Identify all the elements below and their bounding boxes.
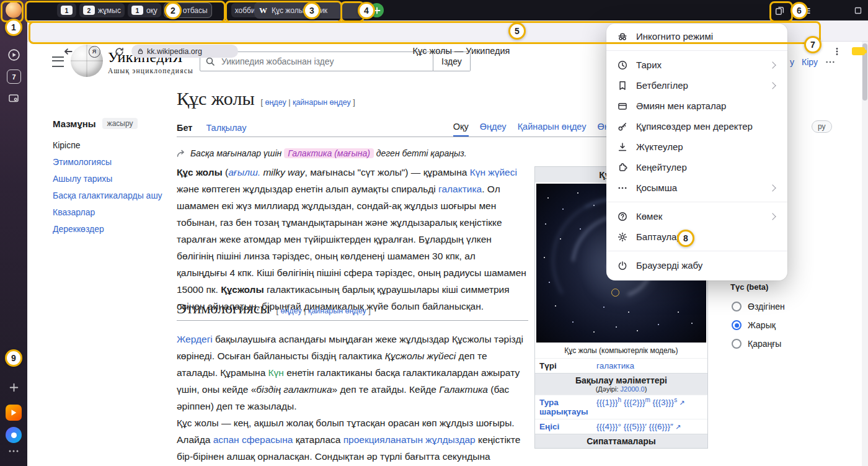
text-segment: Құсжолы <box>221 284 264 295</box>
inline-link[interactable]: галактика <box>596 361 634 370</box>
epoch-link[interactable]: J2000.0 <box>621 385 645 393</box>
menu-item-help[interactable]: Көмек <box>606 206 787 226</box>
tab-group-study[interactable]: 1 оқу <box>128 3 161 17</box>
menu-item-label: Әмиян мен карталар <box>636 101 777 111</box>
url-field[interactable]: kk.wikipedia.org <box>131 45 238 58</box>
alice-dot-icon <box>11 432 17 438</box>
bracket: [ <box>261 98 263 107</box>
menu-item-more[interactable]: Қосымша <box>606 177 787 198</box>
hatnote-link[interactable]: Галактика (мағына) <box>284 148 374 158</box>
edit-link[interactable]: өңдеу <box>265 98 286 107</box>
appearance-hide-button-partial[interactable]: ру <box>812 120 832 133</box>
inline-link[interactable]: аспан сферасына <box>213 434 293 445</box>
restore-window-button[interactable] <box>852 4 864 17</box>
inline-link[interactable]: m <box>645 397 650 403</box>
radio-option-light[interactable]: Жарық <box>732 320 776 330</box>
tab-group-count: 1 <box>131 6 143 15</box>
refresh-button[interactable] <box>113 45 125 58</box>
inline-link[interactable]: Күн <box>268 367 284 378</box>
text-segment: ↗ <box>673 423 681 431</box>
text-segment: ↗ <box>677 399 684 406</box>
separator: | <box>288 98 290 107</box>
toc-hide-button[interactable]: жасыру <box>102 118 138 129</box>
inline-link[interactable]: {{{2}}} <box>624 398 645 407</box>
toc-item-etymology[interactable]: Этимологиясы <box>53 156 163 168</box>
article-title: Құс жолы <box>177 88 255 109</box>
tab-counter-badge[interactable]: 7 <box>7 69 21 84</box>
sidebar-more-button[interactable] <box>0 449 27 453</box>
wiki-menu-hamburger-icon[interactable] <box>52 56 64 67</box>
menu-item-label: Бетбелгілер <box>636 80 770 91</box>
radio-label: Жарық <box>748 320 776 330</box>
inline-link[interactable]: Жердегі <box>177 334 213 344</box>
inline-link[interactable]: проекцияланатын жұлдыздар <box>343 434 476 445</box>
star-field <box>536 184 538 185</box>
scrollbar-track[interactable] <box>862 41 868 466</box>
edit-link[interactable]: өңдеу <box>281 307 302 315</box>
tab-group-1[interactable]: 1 <box>57 3 76 17</box>
inline-link[interactable]: Күн жүйесі <box>470 167 517 177</box>
battery-saver-icon[interactable] <box>852 47 865 55</box>
inline-link[interactable]: ағылш. <box>228 167 260 177</box>
tab-read[interactable]: Оқу <box>453 122 469 137</box>
toc-item-sources[interactable]: Дереккөздер <box>53 223 163 235</box>
toc-item-discovery[interactable]: Ашылу тарихы <box>53 173 163 184</box>
inline-link[interactable]: {{{4}}}° {{{5}}}′ {{{6}}}″ <box>596 422 673 431</box>
user-menu-ellipsis-icon[interactable] <box>825 60 835 64</box>
bracket: ] <box>368 307 370 315</box>
menu-item-settings[interactable]: Баптаулар <box>606 226 787 247</box>
tab-edit-source[interactable]: Қайнарын өңдеу <box>518 122 587 137</box>
tab-panels-button[interactable] <box>773 4 786 17</box>
edit-source-link[interactable]: қайнарын өңдеу <box>293 98 351 107</box>
radio-option-dark[interactable]: Қараңғы <box>732 339 781 349</box>
page-actions-button[interactable] <box>831 45 843 58</box>
profile-avatar[interactable] <box>6 2 22 18</box>
incognito-icon <box>616 30 629 43</box>
inline-link[interactable]: {{{1}}} <box>596 398 618 407</box>
menu-item-incognito[interactable]: Инкогнито режимі <box>606 26 787 47</box>
infobox-row-dec: Еңісі {{{4}}}° {{{5}}}′ {{{6}}}″ ↗ <box>535 419 707 434</box>
login-link[interactable]: Кіру <box>802 57 818 67</box>
wallet-icon <box>616 100 629 112</box>
chevron-right-icon <box>769 213 776 220</box>
tab-group-work[interactable]: 2 жұмыс <box>79 3 125 17</box>
play-button[interactable] <box>0 48 27 61</box>
text-segment: Құсжолы жүйесі <box>385 351 456 361</box>
more-icon <box>616 182 629 194</box>
row-label-link[interactable]: Еңісі <box>539 422 596 431</box>
infobox-section-observation: Бақылау мәліметтері (Дәуірі: J2000.0) <box>535 373 707 395</box>
edit-source-link[interactable]: қайнарын өңдеу <box>308 307 366 315</box>
menu-item-close-browser[interactable]: Браузерді жабу <box>606 255 787 276</box>
back-button[interactable] <box>62 45 74 58</box>
screenshot-button[interactable] <box>0 92 27 104</box>
tab-page[interactable]: Бет <box>177 123 192 137</box>
toc-item-quasars[interactable]: Квазарлар <box>53 207 163 218</box>
menu-item-bookmarks[interactable]: Бетбелгілер <box>606 75 787 96</box>
sidebar-add-button[interactable] <box>0 382 27 393</box>
text-segment: Галактика <box>439 384 488 395</box>
yandex-app-icon[interactable] <box>6 405 22 421</box>
yandex-search-button[interactable]: Я <box>88 45 100 58</box>
menu-item-downloads[interactable]: Жүктеулер <box>606 137 787 157</box>
menu-item-passwords[interactable]: Құпиясөздер мен деректер <box>606 116 787 137</box>
menu-item-extensions[interactable]: Кеңейтулер <box>606 157 787 177</box>
menu-item-label: Құпиясөздер мен деректер <box>636 121 777 132</box>
inline-link[interactable]: галактика <box>438 184 482 194</box>
menu-item-wallet[interactable]: Әмиян мен карталар <box>606 96 787 116</box>
tab-edit[interactable]: Өңдеу <box>480 122 507 137</box>
ellipsis-icon <box>8 449 19 453</box>
radio-option-auto[interactable]: Өздігінен <box>732 302 785 311</box>
yandex-badge-icon: Я <box>89 46 100 58</box>
play-icon <box>7 48 20 61</box>
menu-item-history[interactable]: Тарих <box>606 55 787 75</box>
signup-link-partial[interactable]: у <box>790 57 794 67</box>
toc-item-other-galaxies[interactable]: Басқа галактикаларды ашу <box>53 190 163 201</box>
toc-item-intro[interactable]: Кіріспе <box>53 140 163 151</box>
help-icon <box>616 210 629 223</box>
tab-talk[interactable]: Талқылау <box>206 123 246 137</box>
infobox-row-type: Түрі галактика <box>535 358 707 373</box>
menu-item-label: Браузерді жабу <box>636 260 777 271</box>
inline-link[interactable]: {{{3}}} <box>653 398 675 407</box>
row-label-link[interactable]: Тура шарықтауы <box>539 398 596 416</box>
alice-app-icon[interactable] <box>6 427 22 443</box>
